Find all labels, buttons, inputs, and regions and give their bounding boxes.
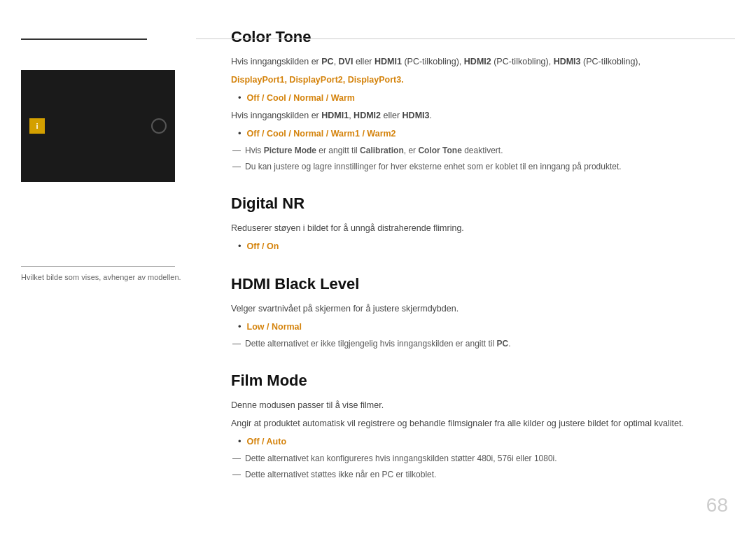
section-digital-nr: Digital NR Reduserer støyen i bildet for… bbox=[231, 195, 721, 254]
film-mode-body: Denne modusen passer til å vise filmer. … bbox=[231, 398, 721, 482]
color-tone-desc1-pclink3: (PC-tilkobling), bbox=[581, 57, 640, 66]
color-tone-desc2-end: . bbox=[430, 111, 432, 120]
section-film-mode: Film Mode Denne modusen passer til å vis… bbox=[231, 372, 721, 482]
color-tone-desc1-pclink1: (PC-tilkobling), bbox=[402, 57, 464, 66]
sidebar-image: i bbox=[21, 70, 175, 182]
sidebar-circle bbox=[151, 118, 167, 134]
color-tone-desc2-eller: eller bbox=[381, 111, 402, 120]
sidebar: i Hvilket bilde som vises, avhenger av m… bbox=[0, 0, 196, 534]
color-tone-note1: Hvis Picture Mode er angitt til Calibrat… bbox=[231, 144, 721, 157]
color-tone-displayports-text: DisplayPort1, DisplayPort2, DisplayPort3… bbox=[231, 75, 404, 85]
main-top-line bbox=[196, 38, 735, 39]
film-mode-desc1: Denne modusen passer til å vise filmer. bbox=[231, 398, 721, 412]
film-mode-bullet: Off / Auto bbox=[238, 435, 721, 449]
color-tone-desc1-hdmi2: HDMI2 bbox=[464, 57, 491, 66]
color-tone-bullet1-text: Off / Cool / Normal / Warm bbox=[247, 91, 355, 105]
digital-nr-title: Digital NR bbox=[231, 195, 721, 213]
film-mode-bullet-text: Off / Auto bbox=[247, 435, 286, 449]
color-tone-desc1-pre: Hvis inngangskilden er bbox=[231, 57, 321, 66]
film-mode-note1-text: Dette alternativet kan konfigureres hvis… bbox=[245, 452, 557, 465]
page-number: 68 bbox=[706, 494, 728, 517]
hdmi-black-level-note-text: Dette alternativet er ikke tilgjengelig … bbox=[245, 337, 511, 351]
color-tone-desc2-hdmi2: HDMI2 bbox=[354, 111, 381, 120]
film-mode-note1: Dette alternativet kan konfigureres hvis… bbox=[231, 452, 721, 465]
color-tone-note2: Du kan justere og lagre innstillinger fo… bbox=[231, 160, 721, 174]
hdmi-black-level-title: HDMI Black Level bbox=[231, 275, 721, 293]
film-mode-title: Film Mode bbox=[231, 372, 721, 390]
film-mode-note2-text: Dette alternativet støttes ikke når en P… bbox=[245, 468, 436, 482]
sidebar-note: Hvilket bilde som vises, avhenger av mod… bbox=[21, 272, 182, 283]
hdmi-black-level-bullet: Low / Normal bbox=[238, 320, 721, 335]
color-tone-bullet2-text: Off / Cool / Normal / Warm1 / Warm2 bbox=[247, 127, 396, 141]
color-tone-title: Color Tone bbox=[231, 28, 721, 46]
hdmi-black-level-desc: Velger svartnivået på skjermen for å jus… bbox=[231, 302, 721, 316]
film-mode-desc2: Angir at produktet automatisk vil regist… bbox=[231, 416, 721, 430]
hdmi-black-level-bullet-text: Low / Normal bbox=[247, 320, 302, 334]
color-tone-note2-text: Du kan justere og lagre innstillinger fo… bbox=[245, 160, 622, 174]
digital-nr-bullet-text: Off / On bbox=[247, 239, 279, 253]
sidebar-icon: i bbox=[29, 118, 45, 134]
color-tone-desc2: Hvis inngangskilden er HDMI1, HDMI2 elle… bbox=[231, 108, 721, 122]
color-tone-desc1-comma1: , bbox=[334, 57, 339, 66]
color-tone-desc1-hdmi3: HDMI3 bbox=[554, 57, 581, 66]
color-tone-bullet2: Off / Cool / Normal / Warm1 / Warm2 bbox=[238, 127, 721, 141]
color-tone-desc2-hdmi1: HDMI1 bbox=[321, 111, 349, 120]
main-content: Color Tone Hvis inngangskilden er PC, DV… bbox=[196, 0, 756, 534]
color-tone-displayports: DisplayPort1, DisplayPort2, DisplayPort3… bbox=[231, 73, 721, 87]
color-tone-note1-text: Hvis Picture Mode er angitt til Calibrat… bbox=[245, 144, 503, 157]
section-color-tone: Color Tone Hvis inngangskilden er PC, DV… bbox=[231, 28, 721, 174]
film-mode-note2: Dette alternativet støttes ikke når en P… bbox=[231, 468, 721, 482]
color-tone-bullet1: Off / Cool / Normal / Warm bbox=[238, 91, 721, 106]
section-hdmi-black-level: HDMI Black Level Velger svartnivået på s… bbox=[231, 275, 721, 351]
hdmi-black-level-note: Dette alternativet er ikke tilgjengelig … bbox=[231, 337, 721, 351]
hdmi-black-level-body: Velger svartnivået på skjermen for å jus… bbox=[231, 302, 721, 351]
sidebar-divider bbox=[21, 266, 175, 267]
digital-nr-body: Reduserer støyen i bildet for å unngå di… bbox=[231, 221, 721, 254]
color-tone-body: Hvis inngangskilden er PC, DVI eller HDM… bbox=[231, 55, 721, 174]
color-tone-desc1-pc: PC bbox=[321, 57, 333, 66]
color-tone-desc2-pre: Hvis inngangskilden er bbox=[231, 111, 321, 120]
color-tone-desc1-pclink2: (PC-tilkobling), bbox=[491, 57, 554, 66]
color-tone-desc2-hdmi3: HDMI3 bbox=[402, 111, 430, 120]
digital-nr-bullet: Off / On bbox=[238, 239, 721, 254]
color-tone-desc1-hdmi1: HDMI1 bbox=[374, 57, 402, 66]
sidebar-top-line bbox=[21, 38, 147, 40]
color-tone-desc1-dvi: DVI bbox=[339, 57, 354, 66]
digital-nr-desc: Reduserer støyen i bildet for å unngå di… bbox=[231, 221, 721, 235]
page-container: i Hvilket bilde som vises, avhenger av m… bbox=[0, 0, 756, 534]
color-tone-desc1-eller1: eller bbox=[353, 57, 374, 66]
color-tone-desc1: Hvis inngangskilden er PC, DVI eller HDM… bbox=[231, 55, 721, 69]
